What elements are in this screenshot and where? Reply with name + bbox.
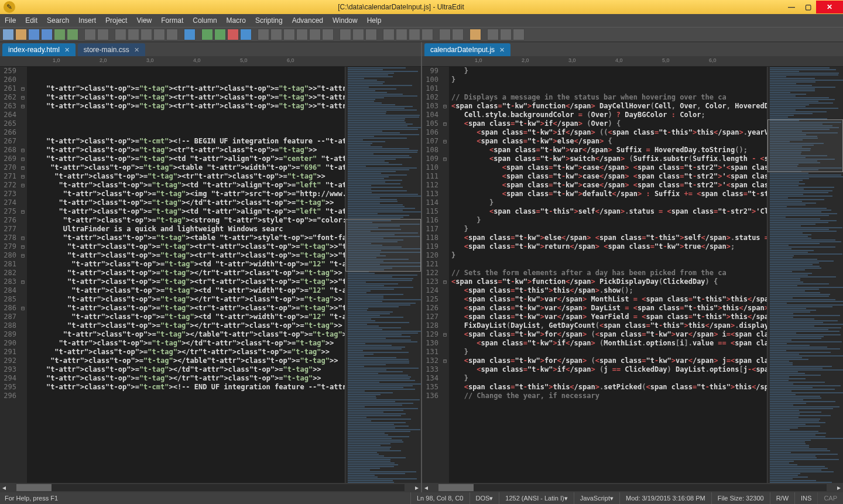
left-pane: index-ready.html✕ store-main.css✕ 1,02,0… <box>0 42 422 492</box>
left-minimap[interactable] <box>345 67 421 483</box>
titlebar: ✎ [C:\data\calendarDateInput.js] - Ultra… <box>0 0 843 14</box>
status-encoding[interactable]: 1252 (ANSI - Latin I) ▾ <box>499 492 573 504</box>
ftp-icon[interactable] <box>470 29 481 40</box>
menu-format[interactable]: Format <box>161 16 183 25</box>
right-hscroll[interactable]: ◂▸ <box>422 483 843 492</box>
window3-icon[interactable] <box>365 29 377 40</box>
status-mod: Mod: 3/19/2015 3:16:08 PM <box>619 492 711 504</box>
menu-advanced[interactable]: Advanced <box>292 16 323 25</box>
chevron-down-icon: ▾ <box>610 495 614 502</box>
left-gutter: 2592602612622632642652662672682692702712… <box>0 67 19 483</box>
menu-help[interactable]: Help <box>367 16 382 25</box>
arrow-right-icon[interactable] <box>41 29 53 40</box>
arrow-left-icon[interactable] <box>28 29 40 40</box>
menubar: File Edit Search Insert Project View For… <box>0 14 843 27</box>
menu-edit[interactable]: Edit <box>25 16 37 25</box>
workspace: index-ready.html✕ store-main.css✕ 1,02,0… <box>0 42 843 492</box>
tile-v-icon[interactable] <box>396 29 407 40</box>
menu-insert[interactable]: Insert <box>78 16 96 25</box>
window2-icon[interactable] <box>352 29 364 40</box>
minimap-viewport[interactable] <box>767 119 843 172</box>
menu-view[interactable]: View <box>136 16 152 25</box>
status-pos: Ln 98, Col 8, C0 <box>410 492 470 504</box>
arrange-icon[interactable] <box>422 29 433 40</box>
find-files-icon[interactable] <box>309 29 321 40</box>
minimap-viewport[interactable] <box>345 219 421 272</box>
print-icon[interactable] <box>84 29 96 40</box>
right-gutter: 9910010110210310410510610710810911011111… <box>422 67 441 483</box>
tab-store-main[interactable]: store-main.css✕ <box>78 43 145 56</box>
tile-h-icon[interactable] <box>383 29 395 40</box>
tool2-icon[interactable] <box>452 29 464 40</box>
maximize-button[interactable]: ▢ <box>800 1 816 13</box>
right-code[interactable]: }}// Displays a message in the status ba… <box>449 67 767 483</box>
status-ins[interactable]: INS <box>794 492 817 504</box>
bookmark-icon[interactable] <box>322 29 334 40</box>
status-cap: CAP <box>817 492 843 504</box>
close-icon[interactable]: ✕ <box>134 46 139 54</box>
cut-icon[interactable] <box>115 29 126 40</box>
minimize-button[interactable]: — <box>783 1 800 13</box>
menu-column[interactable]: Column <box>193 16 217 25</box>
left-ruler: 1,02,03,04,05,06,0 <box>0 56 421 67</box>
menu-scripting[interactable]: Scripting <box>255 16 283 25</box>
status-lang[interactable]: JavaScript ▾ <box>574 492 619 504</box>
copy-block-icon[interactable] <box>258 29 269 40</box>
preview-icon[interactable] <box>97 29 109 40</box>
right-pane: calendarDateInput.js✕ 1,02,03,04,05,06,0… <box>422 42 843 492</box>
app-icon: ✎ <box>4 1 15 13</box>
menu-macro[interactable]: Macro <box>227 16 246 25</box>
tab-index-ready[interactable]: index-ready.html✕ <box>2 43 76 56</box>
cascade-icon[interactable] <box>409 29 420 40</box>
macro-rec-icon[interactable] <box>500 29 512 40</box>
clip-icon[interactable] <box>153 29 165 40</box>
replace-icon[interactable] <box>296 29 308 40</box>
statusbar: For Help, press F1 Ln 98, Col 8, C0 DOS … <box>0 492 843 504</box>
nav-back-icon[interactable] <box>201 29 213 40</box>
chevron-down-icon: ▾ <box>489 495 493 502</box>
right-fold-gutter[interactable]: ⊟⊟⊟⊟⊟⊟⊟ <box>441 67 449 483</box>
right-tabbar: calendarDateInput.js✕ <box>422 42 843 56</box>
stop-icon[interactable] <box>227 29 239 40</box>
toolbar <box>0 27 843 42</box>
copy-icon[interactable] <box>128 29 139 40</box>
menu-file[interactable]: File <box>5 16 16 25</box>
find-icon[interactable] <box>283 29 295 40</box>
macro-play-icon[interactable] <box>487 29 499 40</box>
open-icon[interactable] <box>15 29 27 40</box>
left-fold-gutter[interactable]: ⊟⊟⊟⊟⊟⊟⊟⊟⊟⊟⊟⊟⊟⊟ <box>19 67 27 483</box>
macro-stop-icon[interactable] <box>513 29 525 40</box>
left-tabbar: index-ready.html✕ store-main.css✕ <box>0 42 421 56</box>
save-all-icon[interactable] <box>67 29 78 40</box>
save-icon[interactable] <box>54 29 66 40</box>
status-size: File Size: 32300 <box>711 492 770 504</box>
menu-window[interactable]: Window <box>333 16 358 25</box>
left-code[interactable]: "t-attr">class"t-op">="t-tag"><tr"t-attr… <box>27 67 345 483</box>
menu-search[interactable]: Search <box>47 16 69 25</box>
status-rw[interactable]: R/W <box>770 492 794 504</box>
right-ruler: 1,02,03,04,05,06,0 <box>422 56 843 67</box>
tool1-icon[interactable] <box>439 29 451 40</box>
close-icon[interactable]: ✕ <box>64 46 70 54</box>
undo-icon[interactable] <box>184 29 196 40</box>
close-button[interactable]: ✕ <box>816 1 843 13</box>
nav-fwd-icon[interactable] <box>214 29 226 40</box>
tab-calendar-js[interactable]: calendarDateInput.js✕ <box>424 43 510 56</box>
new-icon[interactable] <box>2 29 14 40</box>
status-format[interactable]: DOS ▾ <box>470 492 499 504</box>
menu-project[interactable]: Project <box>105 16 127 25</box>
refresh-icon[interactable] <box>240 29 252 40</box>
clip2-icon[interactable] <box>166 29 178 40</box>
paste-block-icon[interactable] <box>270 29 282 40</box>
close-icon[interactable]: ✕ <box>499 46 505 54</box>
left-hscroll[interactable]: ◂▸ <box>0 483 421 492</box>
status-help: For Help, press F1 <box>0 495 410 502</box>
window-title: [C:\data\calendarDateInput.js] - UltraEd… <box>19 3 783 11</box>
window1-icon[interactable] <box>340 29 351 40</box>
chevron-down-icon: ▾ <box>564 495 568 502</box>
right-minimap[interactable] <box>767 67 843 483</box>
paste-icon[interactable] <box>140 29 152 40</box>
